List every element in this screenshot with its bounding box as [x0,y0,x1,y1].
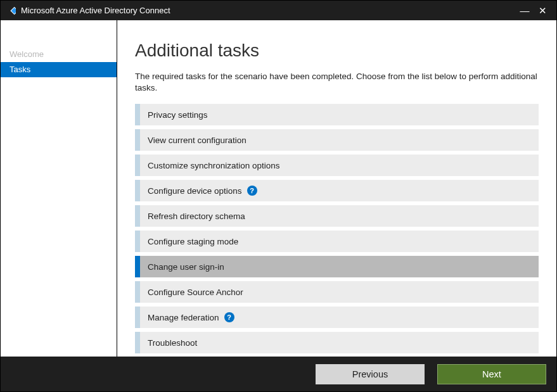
task-accent-bar [135,129,140,151]
task-label: Refresh directory schema [148,212,245,221]
footer: Previous Next [1,357,556,391]
task-accent-bar [135,231,140,252]
task-label: Privacy settings [148,110,208,120]
task-label: Change user sign-in [148,262,224,272]
main-panel: Additional tasks The required tasks for … [117,20,556,357]
app-logo-icon [6,6,16,16]
task-accent-bar [135,332,140,353]
task-refresh-directory-schema[interactable]: Refresh directory schema [135,205,539,227]
task-accent-bar [135,104,140,125]
task-customize-sync-options[interactable]: Customize synchronization options [135,155,539,176]
page-description: The required tasks for the scenario have… [135,71,539,94]
help-icon[interactable]: ? [224,312,234,322]
task-manage-federation[interactable]: Manage federation ? [135,307,539,328]
minimize-button[interactable]: — [516,5,534,16]
close-button[interactable]: ✕ [534,5,551,16]
task-configure-device-options[interactable]: Configure device options ? [135,180,539,201]
titlebar: Microsoft Azure Active Directory Connect… [1,1,556,20]
task-label: View current configuration [148,136,246,145]
task-configure-source-anchor[interactable]: Configure Source Anchor [135,281,539,303]
task-configure-staging-mode[interactable]: Configure staging mode [135,231,539,252]
previous-button[interactable]: Previous [316,364,425,384]
next-button[interactable]: Next [437,364,546,384]
task-accent-bar [135,180,140,201]
task-change-user-sign-in[interactable]: Change user sign-in [135,256,539,277]
task-view-current-configuration[interactable]: View current configuration [135,129,539,151]
task-label: Configure Source Anchor [148,288,243,297]
task-label: Troubleshoot [148,338,197,348]
task-accent-bar [135,256,140,277]
task-accent-bar [135,281,140,303]
task-label: Manage federation [148,313,219,322]
sidebar-item-tasks[interactable]: Tasks [1,62,117,77]
sidebar-item-welcome[interactable]: Welcome [1,47,117,62]
body: Welcome Tasks Additional tasks The requi… [1,20,556,357]
page-title: Additional tasks [135,41,539,61]
task-privacy-settings[interactable]: Privacy settings [135,104,539,125]
task-label: Configure device options [148,186,242,196]
help-icon[interactable]: ? [247,186,257,196]
window-title: Microsoft Azure Active Directory Connect [21,6,516,15]
task-accent-bar [135,205,140,227]
app-window: Microsoft Azure Active Directory Connect… [0,0,557,392]
task-accent-bar [135,307,140,328]
sidebar: Welcome Tasks [1,20,117,357]
task-list: Privacy settings View current configurat… [135,104,539,353]
task-label: Configure staging mode [148,237,238,246]
task-accent-bar [135,155,140,176]
task-label: Customize synchronization options [148,161,280,170]
task-troubleshoot[interactable]: Troubleshoot [135,332,539,353]
